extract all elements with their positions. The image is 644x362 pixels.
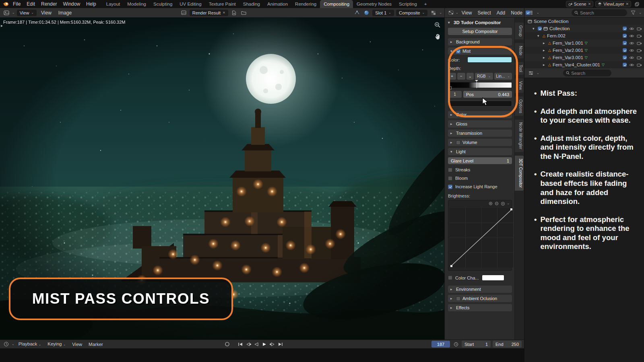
panel-category-header[interactable]: ▾ 3D Tudor Compositor bbox=[448, 20, 512, 25]
editor-type-timeline-icon[interactable] bbox=[2, 340, 10, 348]
tab-texture-paint[interactable]: Texture Paint bbox=[205, 0, 239, 8]
play-button[interactable] bbox=[261, 341, 268, 348]
tab-scripting[interactable]: Scripting bbox=[395, 0, 421, 8]
region-toggle-icon[interactable]: ▸ bbox=[1, 23, 3, 28]
prev-keyframe-button[interactable] bbox=[245, 341, 252, 348]
tab-layout[interactable]: Layout bbox=[103, 0, 124, 8]
outliner-row-fern-var4-cluster[interactable]: ▸ △ Fern_Var4_Cluster.001 ▽ bbox=[524, 61, 644, 68]
tab-shading[interactable]: Shading bbox=[239, 0, 264, 8]
tab-uv-editing[interactable]: UV Editing bbox=[176, 0, 205, 8]
eye-icon[interactable] bbox=[629, 34, 634, 38]
section-color[interactable]: ▸Color bbox=[448, 111, 512, 118]
use-nodes-checkbox[interactable] bbox=[526, 10, 530, 15]
ramp-stop-black[interactable] bbox=[449, 86, 452, 89]
next-keyframe-button[interactable] bbox=[269, 341, 276, 348]
filter-funnel-icon[interactable] bbox=[629, 9, 637, 16]
scene-selector[interactable]: Scene ✕ bbox=[566, 1, 594, 7]
display-checker-icon[interactable] bbox=[429, 9, 437, 16]
image-datablock-field[interactable]: Render Result ✕ bbox=[190, 10, 228, 16]
zoom-icon[interactable] bbox=[434, 22, 441, 29]
volume-enable-checkbox[interactable] bbox=[456, 140, 460, 145]
editor-type-dropdown-icon[interactable]: ⌄ bbox=[456, 11, 458, 14]
editor-type-dropdown-icon[interactable]: ⌄ bbox=[537, 11, 539, 14]
editor-type-dropdown-icon[interactable]: ⌄ bbox=[537, 71, 539, 75]
scene-unlink-icon[interactable]: ✕ bbox=[588, 2, 591, 6]
tab-animation[interactable]: Animation bbox=[264, 0, 291, 8]
selectable-checkbox[interactable] bbox=[623, 48, 627, 52]
jump-to-end-button[interactable] bbox=[277, 341, 284, 348]
ramp-color-mode-dropdown[interactable]: RGB⌄ bbox=[475, 73, 493, 80]
tab-sculpting[interactable]: Sculpting bbox=[150, 0, 176, 8]
section-background[interactable]: ▸ Background bbox=[448, 38, 512, 45]
current-frame-field[interactable]: 187 bbox=[431, 341, 450, 348]
brightness-curve-widget[interactable]: ⌄ bbox=[448, 200, 512, 271]
exclude-checkbox[interactable] bbox=[623, 27, 627, 31]
chevron-right-icon[interactable]: ▸ bbox=[543, 63, 547, 67]
auto-keying-button[interactable] bbox=[224, 341, 231, 348]
gizmo-arrows-icon[interactable] bbox=[353, 9, 361, 16]
menu-help[interactable]: Help bbox=[83, 0, 99, 8]
section-transmission[interactable]: ▸Transmission bbox=[448, 130, 512, 137]
browse-image-icon[interactable] bbox=[180, 9, 188, 16]
jump-to-start-button[interactable] bbox=[237, 341, 244, 348]
chevron-right-icon[interactable]: ▸ bbox=[543, 56, 547, 60]
glare-level-slider[interactable]: Glare Level 1 bbox=[448, 157, 512, 164]
start-frame-field[interactable]: Start1 bbox=[462, 341, 491, 348]
outliner-row-scene-collection[interactable]: Scene Collection bbox=[524, 18, 644, 25]
menu-view[interactable]: View bbox=[459, 8, 475, 18]
display-channels-sphere-icon[interactable] bbox=[363, 9, 370, 16]
ramp-add-stop-button[interactable]: + bbox=[448, 73, 456, 80]
selectable-checkbox[interactable] bbox=[623, 56, 627, 60]
section-light[interactable]: ▾Light bbox=[448, 148, 512, 155]
menu-view[interactable]: View bbox=[70, 340, 85, 349]
selectable-checkbox[interactable] bbox=[623, 63, 627, 67]
tab-3dt-compositor[interactable]: 3DT Compositor bbox=[515, 156, 524, 191]
menu-node[interactable]: Node bbox=[508, 8, 525, 18]
camera-icon[interactable] bbox=[637, 49, 642, 52]
chevron-down-icon[interactable]: ⌄ bbox=[639, 11, 642, 14]
new-image-icon[interactable] bbox=[230, 9, 238, 16]
section-ambient-occlusion[interactable]: ▸Ambient Oclusion bbox=[448, 295, 512, 302]
increase-light-range-checkbox[interactable] bbox=[448, 185, 452, 189]
eye-icon[interactable] bbox=[629, 41, 634, 45]
new-viewlayer-icon[interactable] bbox=[633, 0, 641, 8]
tab-node[interactable]: Node bbox=[515, 43, 524, 58]
end-frame-field[interactable]: End250 bbox=[493, 341, 522, 348]
selectable-checkbox[interactable] bbox=[623, 41, 627, 45]
color-ramp-widget[interactable] bbox=[448, 82, 512, 88]
ramp-remove-stop-button[interactable]: − bbox=[457, 73, 465, 80]
tab-rendering[interactable]: Rendering bbox=[291, 0, 320, 8]
eye-icon[interactable] bbox=[629, 27, 634, 31]
curve-zoom-out-icon[interactable] bbox=[495, 202, 499, 207]
ramp-stop-color-swatch[interactable] bbox=[448, 101, 512, 107]
ramp-stop-index-field[interactable]: 1 bbox=[448, 91, 462, 98]
collection-checkbox[interactable] bbox=[538, 27, 542, 31]
outliner-search[interactable] bbox=[572, 9, 627, 16]
eye-icon[interactable] bbox=[629, 49, 634, 52]
add-workspace-button[interactable]: + bbox=[421, 0, 431, 8]
outliner-row-fern-var2[interactable]: ▸ △ Fern_Var2.001 ▽ bbox=[524, 47, 644, 54]
menu-select[interactable]: Select bbox=[475, 8, 493, 18]
pan-hand-icon[interactable] bbox=[435, 33, 441, 41]
outliner-row-fern-002[interactable]: ▾ △ Fern.002 bbox=[524, 32, 644, 39]
viewlayer-selector[interactable]: ViewLayer ✕ bbox=[595, 1, 631, 7]
camera-icon[interactable] bbox=[637, 41, 642, 45]
menu-window[interactable]: Window bbox=[60, 0, 83, 8]
ramp-stop-handle[interactable] bbox=[475, 80, 478, 83]
slot-dropdown[interactable]: Slot 1 ⌄ bbox=[372, 10, 394, 16]
menu-playback[interactable]: Playback ⌄ bbox=[16, 339, 44, 349]
outliner-search-input[interactable] bbox=[580, 10, 624, 15]
pass-dropdown[interactable]: Composite ⌄ bbox=[396, 10, 427, 16]
curve-zoom-in-icon[interactable] bbox=[489, 202, 493, 207]
tab-view[interactable]: View bbox=[515, 78, 524, 93]
chevron-right-icon[interactable]: ▸ bbox=[543, 48, 547, 52]
editor-type-dropdown-icon[interactable]: ⌄ bbox=[12, 342, 14, 346]
camera-icon[interactable] bbox=[637, 34, 642, 38]
properties-search[interactable] bbox=[563, 70, 611, 76]
menu-edit[interactable]: Edit bbox=[24, 0, 38, 8]
streaks-checkbox[interactable] bbox=[448, 168, 452, 172]
ambient-occlusion-checkbox[interactable] bbox=[456, 296, 460, 301]
chevron-right-icon[interactable]: ▸ bbox=[543, 41, 547, 45]
chevron-down-icon[interactable]: ⌄ bbox=[507, 202, 510, 207]
tab-modeling[interactable]: Modeling bbox=[124, 0, 150, 8]
